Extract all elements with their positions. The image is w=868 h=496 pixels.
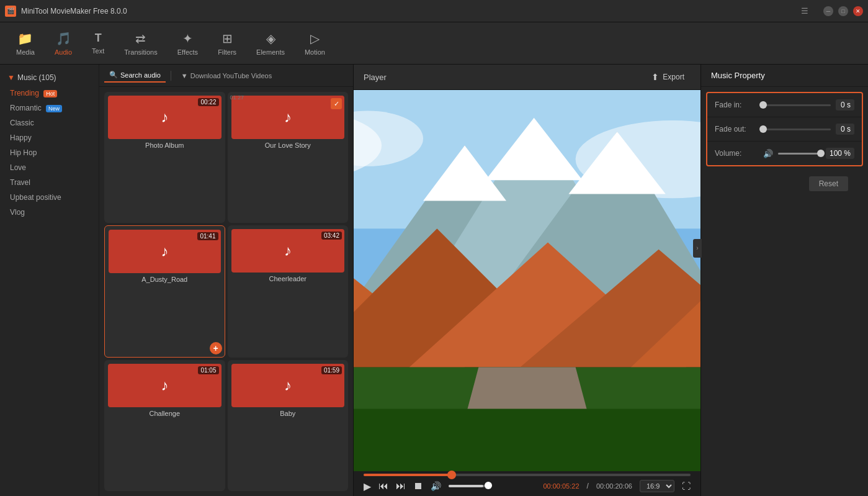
volume-slider[interactable] <box>449 485 492 487</box>
fade-in-thumb[interactable] <box>759 101 767 109</box>
audio-name-baby: Baby <box>231 410 345 417</box>
volume-prop-thumb[interactable] <box>817 150 825 157</box>
audio-duration-5: 01:05 <box>198 366 218 374</box>
audio-card-baby[interactable]: ♪ 01:59 Baby <box>228 360 349 491</box>
close-button[interactable]: ✕ <box>853 6 863 16</box>
vlog-label: Vlog <box>10 208 25 217</box>
audio-add-button-3[interactable]: + <box>210 342 222 354</box>
volume-speaker-icon: 🔊 <box>763 149 773 158</box>
audio-duration-6: 01:59 <box>321 366 342 374</box>
minimize-button[interactable]: ─ <box>823 6 833 16</box>
player-area: Player ⬆ Export <box>354 65 700 496</box>
elements-icon: ◈ <box>266 31 275 46</box>
toolbar-transitions[interactable]: ⇄ Transitions <box>115 27 166 60</box>
classic-label: Classic <box>10 119 34 127</box>
search-icon: 🔍 <box>109 71 118 79</box>
sidebar-item-vlog[interactable]: Vlog <box>0 205 99 220</box>
sidebar-item-upbeat[interactable]: Upbeat positive <box>0 190 99 205</box>
props-header: Music Property <box>701 65 868 87</box>
toolbar-audio[interactable]: 🎵 Audio <box>46 27 81 60</box>
progress-bar-container[interactable] <box>354 471 700 476</box>
stop-button[interactable]: ⏹ <box>413 480 423 492</box>
motion-icon: ▷ <box>310 31 320 46</box>
skip-back-button[interactable]: ⏮ <box>378 480 388 492</box>
sidebar-item-classic[interactable]: Classic <box>0 115 99 130</box>
trending-label: Trending <box>10 89 39 97</box>
search-audio-tab[interactable]: 🔍 Search audio <box>104 68 166 83</box>
app-icon: 🎬 <box>5 6 16 17</box>
audio-duration-1: 00:22 <box>198 98 218 106</box>
download-youtube-tab[interactable]: ▼ Download YouTube Videos <box>176 70 277 82</box>
fullscreen-button[interactable]: ⛶ <box>682 481 691 491</box>
fade-out-slider-container[interactable] <box>763 129 831 130</box>
audio-card-photo-album[interactable]: ♪ 00:22 Photo Album <box>104 92 225 223</box>
progress-track[interactable] <box>364 474 691 476</box>
toolbar-effects[interactable]: ✦ Effects <box>169 27 207 60</box>
toolbar-text[interactable]: T Text <box>83 28 113 58</box>
progress-fill <box>364 474 452 476</box>
transitions-icon: ⇄ <box>135 31 146 46</box>
audio-grid: ♪ 00:22 Photo Album ♪ ✓ 01:27 Our Love S… <box>99 87 353 496</box>
audio-duration-2: 01:27 <box>230 94 244 101</box>
volume-value: 100 % <box>826 148 854 159</box>
fade-in-label: Fade in: <box>715 101 758 109</box>
sidebar-item-romantic[interactable]: Romantic New <box>0 101 99 115</box>
volume-label: Volume: <box>715 149 758 158</box>
audio-card-a-dusty-road[interactable]: ♪ 01:41 + A_Dusty_Road <box>104 225 225 358</box>
media-icon: 📁 <box>17 31 33 46</box>
audio-duration-3: 01:41 <box>197 232 218 240</box>
sidebar-item-hiphop[interactable]: Hip Hop <box>0 145 99 160</box>
aspect-ratio-select[interactable]: 16:9 4:3 1:1 9:16 <box>640 480 674 492</box>
search-divider <box>171 71 171 81</box>
reset-row: Reset <box>701 171 868 196</box>
volume-slider-prop-container[interactable] <box>778 153 821 155</box>
music-note-icon-3: ♪ <box>161 243 168 260</box>
props-title: Music Property <box>711 71 765 80</box>
sidebar: ▼ Music (105) Trending Hot Romantic New … <box>0 65 99 496</box>
sidebar-header[interactable]: ▼ Music (105) <box>0 70 99 86</box>
text-icon: T <box>95 32 102 45</box>
audio-thumb-challenge: ♪ 01:05 <box>108 364 221 407</box>
audio-name-our-love-story: Our Love Story <box>231 142 345 149</box>
toolbar-motion-label: Motion <box>305 48 325 56</box>
audio-thumb-a-dusty-road: ♪ 01:41 <box>109 230 221 273</box>
romantic-badge: New <box>46 105 62 112</box>
volume-thumb[interactable] <box>485 482 492 489</box>
fade-in-track <box>763 104 831 106</box>
fade-in-slider-container[interactable] <box>763 104 831 106</box>
skip-forward-button[interactable]: ⏭ <box>396 480 406 492</box>
properties-box: Fade in: 0 s Fade out: <box>706 92 863 166</box>
music-note-icon-5: ♪ <box>161 377 168 394</box>
audio-card-challenge[interactable]: ♪ 01:05 Challenge <box>104 360 225 491</box>
happy-label: Happy <box>10 133 32 142</box>
volume-fill <box>449 485 483 487</box>
toolbar-filters[interactable]: ⊞ Filters <box>209 27 245 60</box>
play-button[interactable]: ▶ <box>364 480 371 492</box>
audio-card-cheerleader[interactable]: ♪ 03:42 Cheerleader <box>228 225 349 358</box>
audio-list-area: 🔍 Search audio ▼ Download YouTube Videos… <box>99 65 353 496</box>
panel-collapse-arrow[interactable]: › <box>693 239 702 258</box>
sidebar-item-travel[interactable]: Travel <box>0 175 99 190</box>
audio-card-our-love-story[interactable]: ♪ ✓ 01:27 Our Love Story <box>228 92 349 223</box>
toolbar-transitions-label: Transitions <box>124 48 157 56</box>
main-container: ▼ Music (105) Trending Hot Romantic New … <box>0 65 868 496</box>
reset-button[interactable]: Reset <box>809 176 848 191</box>
download-label: Download YouTube Videos <box>190 72 272 79</box>
toolbar-motion[interactable]: ▷ Motion <box>296 27 334 60</box>
export-button[interactable]: ⬆ Export <box>645 70 691 84</box>
toolbar-media[interactable]: 📁 Media <box>7 27 43 60</box>
maximize-button[interactable]: □ <box>838 6 848 16</box>
audio-thumb-cheerleader: ♪ 03:42 <box>231 229 345 273</box>
sidebar-item-love[interactable]: Love <box>0 160 99 175</box>
sidebar-item-trending[interactable]: Trending Hot <box>0 86 99 101</box>
filters-icon: ⊞ <box>222 31 233 46</box>
toolbar-elements[interactable]: ◈ Elements <box>248 27 293 60</box>
fade-in-value: 0 s <box>836 99 854 110</box>
volume-button[interactable]: 🔊 <box>431 481 441 491</box>
progress-thumb[interactable] <box>447 471 456 479</box>
app-title: MiniTool MovieMaker Free 8.0.0 <box>21 7 801 16</box>
sidebar-item-happy[interactable]: Happy <box>0 130 99 145</box>
fade-out-track <box>763 129 831 130</box>
fade-out-thumb[interactable] <box>759 125 767 133</box>
menu-icon[interactable]: ☰ <box>801 6 808 16</box>
